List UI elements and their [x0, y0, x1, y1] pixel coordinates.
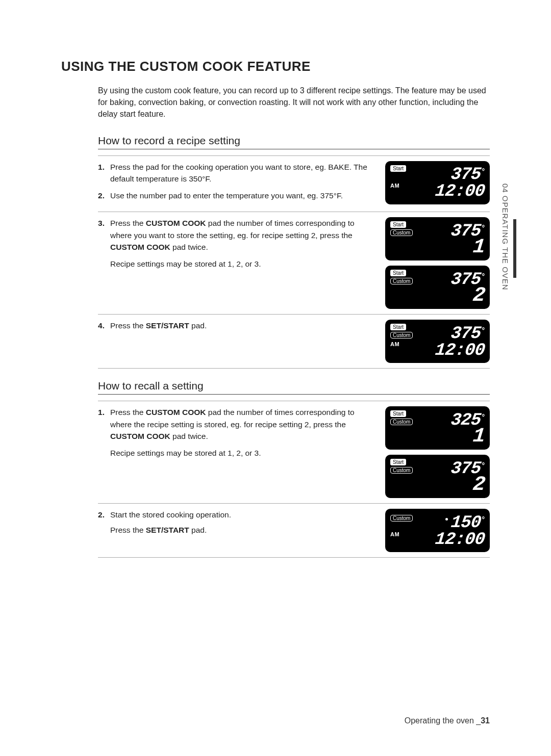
step-number: 2: [98, 190, 110, 201]
am-indicator: AM: [390, 531, 399, 537]
record-step-1: 1 Press the pad for the cooking operatio…: [98, 161, 375, 185]
record-block-1: 1 Press the pad for the cooking operatio…: [98, 155, 490, 213]
text: Press the: [110, 219, 146, 227]
degree-symbol: °: [482, 516, 485, 523]
footer-label: Operating the oven _: [405, 716, 481, 725]
display-temperature: 150: [450, 515, 482, 531]
step-number: 4: [98, 320, 110, 331]
bold-text: SET/START: [146, 526, 189, 534]
text: Press the: [110, 321, 146, 330]
page-footer: Operating the oven _31: [405, 716, 490, 725]
degree-symbol: °: [482, 168, 485, 175]
bold-text: CUSTOM COOK: [146, 408, 206, 416]
record-step-3-note: Recipe settings may be stored at 1, 2, o…: [110, 258, 375, 270]
display-slot-number: 1: [472, 428, 486, 445]
page-title: USING THE CUSTOM COOK FEATURE: [61, 59, 490, 74]
text: pad twice.: [170, 243, 208, 251]
subheading-record: How to record a recipe setting: [98, 135, 490, 149]
start-indicator: Start: [390, 165, 406, 172]
display-clock: 12:00: [434, 532, 485, 548]
oven-display: Start Custom 375 ° 2: [385, 455, 490, 498]
oven-display: Start Custom 375 ° 1: [385, 217, 490, 260]
custom-indicator: Custom: [390, 515, 413, 522]
step-number: 1: [98, 161, 110, 185]
start-indicator: Start: [390, 270, 406, 276]
sidebar-section-tab: 04 OPERATING THE OVEN: [501, 184, 510, 316]
degree-symbol: °: [482, 273, 485, 280]
record-step-3: 3 Press the CUSTOM COOK pad the number o…: [98, 217, 375, 253]
oven-display: Start AM 375 ° 12:00: [385, 161, 490, 204]
degree-symbol: °: [482, 224, 485, 231]
custom-indicator: Custom: [390, 467, 413, 474]
step-body: Press the CUSTOM COOK pad the number of …: [110, 217, 375, 253]
start-indicator: Start: [390, 324, 406, 330]
record-block-3: 4 Press the SET/START pad. Start Custom …: [98, 315, 490, 369]
sidebar-label: 04 OPERATING THE OVEN: [501, 184, 510, 291]
record-block-2: 3 Press the CUSTOM COOK pad the number o…: [98, 212, 490, 315]
step-number: 2: [98, 509, 110, 536]
oven-display: Start Custom AM 375 ° 12:00: [385, 320, 490, 363]
record-step-4: 4 Press the SET/START pad.: [98, 320, 375, 331]
start-indicator: Start: [390, 459, 406, 465]
custom-indicator: Custom: [390, 419, 413, 425]
step-body: Use the number pad to enter the temperat…: [110, 190, 375, 201]
step-body: Press the pad for the cooking operation …: [110, 161, 375, 185]
text: Start the stored cooking operation.: [110, 509, 375, 520]
step-body: Press the CUSTOM COOK pad the number of …: [110, 406, 375, 442]
start-indicator: Start: [390, 221, 406, 228]
start-indicator: Start: [390, 410, 406, 417]
oven-on-indicator-dot: [445, 518, 448, 520]
bold-text: CUSTOM COOK: [110, 243, 170, 251]
step-body: Press the SET/START pad.: [110, 320, 375, 331]
recall-step-2: 2 Start the stored cooking operation. Pr…: [98, 509, 375, 536]
display-temperature: 375: [450, 326, 482, 342]
am-indicator: AM: [390, 183, 399, 189]
intro-paragraph: By using the custom cook feature, you ca…: [98, 85, 490, 120]
record-step-2: 2 Use the number pad to enter the temper…: [98, 190, 375, 201]
step-number: 3: [98, 217, 110, 253]
display-temperature: 375: [450, 167, 482, 183]
recall-step-1-note: Recipe settings may be stored at 1, 2, o…: [110, 447, 375, 459]
display-clock: 12:00: [434, 343, 485, 358]
oven-display: Custom AM 150 ° 12:00: [385, 509, 490, 552]
custom-indicator: Custom: [390, 332, 413, 338]
step-number: 1: [98, 406, 110, 442]
bold-text: CUSTOM COOK: [146, 219, 206, 227]
display-slot-number: 2: [472, 287, 486, 304]
text: pad twice.: [170, 432, 208, 440]
display-slot-number: 2: [472, 476, 486, 493]
custom-indicator: Custom: [390, 229, 413, 236]
text: Press the: [110, 408, 146, 416]
text: pad.: [189, 526, 207, 534]
recall-block-2: 2 Start the stored cooking operation. Pr…: [98, 504, 490, 558]
step-body: Start the stored cooking operation. Pres…: [110, 509, 375, 536]
degree-symbol: °: [482, 413, 485, 421]
sidebar-indicator-bar: [513, 219, 516, 278]
oven-display: Start Custom 375 ° 2: [385, 266, 490, 309]
text: pad.: [189, 321, 207, 330]
bold-text: SET/START: [146, 321, 189, 330]
page-number: 31: [481, 716, 490, 725]
display-clock: 12:00: [434, 184, 485, 199]
oven-display: Start Custom 325 ° 1: [385, 406, 490, 450]
display-slot-number: 1: [472, 239, 486, 256]
recall-block-1: 1 Press the CUSTOM COOK pad the number o…: [98, 401, 490, 504]
custom-indicator: Custom: [390, 278, 413, 284]
degree-symbol: °: [482, 462, 485, 469]
am-indicator: AM: [390, 341, 399, 347]
recall-step-1: 1 Press the CUSTOM COOK pad the number o…: [98, 406, 375, 442]
degree-symbol: °: [482, 327, 485, 334]
bold-text: CUSTOM COOK: [110, 432, 170, 440]
subheading-recall: How to recall a setting: [98, 380, 490, 395]
text: Press the: [110, 526, 146, 534]
